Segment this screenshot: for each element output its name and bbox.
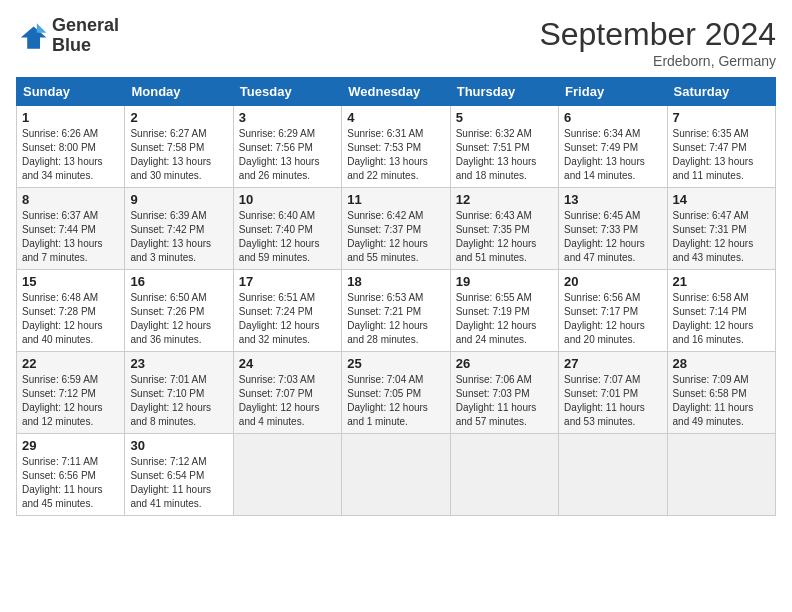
col-header-tuesday: Tuesday [233,78,341,106]
header: General Blue September 2024 Erdeborn, Ge… [16,16,776,69]
day-number: 21 [673,274,770,289]
week-row-1: 1Sunrise: 6:26 AMSunset: 8:00 PMDaylight… [17,106,776,188]
day-number: 28 [673,356,770,371]
day-info: Sunrise: 6:45 AMSunset: 7:33 PMDaylight:… [564,209,661,265]
day-number: 14 [673,192,770,207]
day-cell: 21Sunrise: 6:58 AMSunset: 7:14 PMDayligh… [667,270,775,352]
month-title: September 2024 [539,16,776,53]
day-cell: 2Sunrise: 6:27 AMSunset: 7:58 PMDaylight… [125,106,233,188]
day-number: 8 [22,192,119,207]
day-info: Sunrise: 6:48 AMSunset: 7:28 PMDaylight:… [22,291,119,347]
day-number: 5 [456,110,553,125]
day-info: Sunrise: 6:42 AMSunset: 7:37 PMDaylight:… [347,209,444,265]
day-info: Sunrise: 6:31 AMSunset: 7:53 PMDaylight:… [347,127,444,183]
day-info: Sunrise: 6:40 AMSunset: 7:40 PMDaylight:… [239,209,336,265]
day-cell: 9Sunrise: 6:39 AMSunset: 7:42 PMDaylight… [125,188,233,270]
day-cell [233,434,341,516]
day-cell: 11Sunrise: 6:42 AMSunset: 7:37 PMDayligh… [342,188,450,270]
day-info: Sunrise: 6:35 AMSunset: 7:47 PMDaylight:… [673,127,770,183]
day-number: 27 [564,356,661,371]
day-cell: 25Sunrise: 7:04 AMSunset: 7:05 PMDayligh… [342,352,450,434]
day-info: Sunrise: 7:06 AMSunset: 7:03 PMDaylight:… [456,373,553,429]
day-number: 1 [22,110,119,125]
day-info: Sunrise: 6:56 AMSunset: 7:17 PMDaylight:… [564,291,661,347]
day-info: Sunrise: 6:59 AMSunset: 7:12 PMDaylight:… [22,373,119,429]
logo-text: General Blue [52,16,119,56]
day-cell: 26Sunrise: 7:06 AMSunset: 7:03 PMDayligh… [450,352,558,434]
day-cell: 22Sunrise: 6:59 AMSunset: 7:12 PMDayligh… [17,352,125,434]
day-cell: 19Sunrise: 6:55 AMSunset: 7:19 PMDayligh… [450,270,558,352]
day-number: 3 [239,110,336,125]
day-number: 25 [347,356,444,371]
day-number: 22 [22,356,119,371]
day-number: 16 [130,274,227,289]
day-info: Sunrise: 6:50 AMSunset: 7:26 PMDaylight:… [130,291,227,347]
location-subtitle: Erdeborn, Germany [539,53,776,69]
day-cell: 15Sunrise: 6:48 AMSunset: 7:28 PMDayligh… [17,270,125,352]
day-number: 17 [239,274,336,289]
day-cell: 10Sunrise: 6:40 AMSunset: 7:40 PMDayligh… [233,188,341,270]
day-number: 4 [347,110,444,125]
day-number: 2 [130,110,227,125]
day-info: Sunrise: 6:29 AMSunset: 7:56 PMDaylight:… [239,127,336,183]
day-cell: 18Sunrise: 6:53 AMSunset: 7:21 PMDayligh… [342,270,450,352]
day-number: 30 [130,438,227,453]
day-cell [667,434,775,516]
col-header-saturday: Saturday [667,78,775,106]
week-row-4: 22Sunrise: 6:59 AMSunset: 7:12 PMDayligh… [17,352,776,434]
day-info: Sunrise: 6:51 AMSunset: 7:24 PMDaylight:… [239,291,336,347]
day-number: 9 [130,192,227,207]
day-cell: 8Sunrise: 6:37 AMSunset: 7:44 PMDaylight… [17,188,125,270]
title-area: September 2024 Erdeborn, Germany [539,16,776,69]
day-info: Sunrise: 7:03 AMSunset: 7:07 PMDaylight:… [239,373,336,429]
day-cell: 7Sunrise: 6:35 AMSunset: 7:47 PMDaylight… [667,106,775,188]
day-cell: 3Sunrise: 6:29 AMSunset: 7:56 PMDaylight… [233,106,341,188]
day-cell: 30Sunrise: 7:12 AMSunset: 6:54 PMDayligh… [125,434,233,516]
day-cell: 20Sunrise: 6:56 AMSunset: 7:17 PMDayligh… [559,270,667,352]
logo: General Blue [16,16,119,56]
day-cell: 28Sunrise: 7:09 AMSunset: 6:58 PMDayligh… [667,352,775,434]
col-header-wednesday: Wednesday [342,78,450,106]
day-info: Sunrise: 6:27 AMSunset: 7:58 PMDaylight:… [130,127,227,183]
col-header-sunday: Sunday [17,78,125,106]
day-cell: 12Sunrise: 6:43 AMSunset: 7:35 PMDayligh… [450,188,558,270]
day-number: 18 [347,274,444,289]
day-cell: 13Sunrise: 6:45 AMSunset: 7:33 PMDayligh… [559,188,667,270]
day-number: 20 [564,274,661,289]
logo-icon [16,20,48,52]
day-number: 6 [564,110,661,125]
day-info: Sunrise: 6:26 AMSunset: 8:00 PMDaylight:… [22,127,119,183]
day-info: Sunrise: 6:43 AMSunset: 7:35 PMDaylight:… [456,209,553,265]
week-row-2: 8Sunrise: 6:37 AMSunset: 7:44 PMDaylight… [17,188,776,270]
day-info: Sunrise: 7:01 AMSunset: 7:10 PMDaylight:… [130,373,227,429]
day-number: 26 [456,356,553,371]
day-cell [450,434,558,516]
day-info: Sunrise: 6:37 AMSunset: 7:44 PMDaylight:… [22,209,119,265]
day-info: Sunrise: 6:32 AMSunset: 7:51 PMDaylight:… [456,127,553,183]
day-info: Sunrise: 7:09 AMSunset: 6:58 PMDaylight:… [673,373,770,429]
day-cell: 17Sunrise: 6:51 AMSunset: 7:24 PMDayligh… [233,270,341,352]
day-number: 29 [22,438,119,453]
day-cell: 6Sunrise: 6:34 AMSunset: 7:49 PMDaylight… [559,106,667,188]
col-header-friday: Friday [559,78,667,106]
day-number: 11 [347,192,444,207]
day-cell: 24Sunrise: 7:03 AMSunset: 7:07 PMDayligh… [233,352,341,434]
day-cell: 16Sunrise: 6:50 AMSunset: 7:26 PMDayligh… [125,270,233,352]
day-cell: 27Sunrise: 7:07 AMSunset: 7:01 PMDayligh… [559,352,667,434]
day-info: Sunrise: 7:04 AMSunset: 7:05 PMDaylight:… [347,373,444,429]
day-info: Sunrise: 7:12 AMSunset: 6:54 PMDaylight:… [130,455,227,511]
day-info: Sunrise: 6:47 AMSunset: 7:31 PMDaylight:… [673,209,770,265]
day-number: 13 [564,192,661,207]
day-number: 23 [130,356,227,371]
day-number: 10 [239,192,336,207]
day-info: Sunrise: 6:55 AMSunset: 7:19 PMDaylight:… [456,291,553,347]
day-info: Sunrise: 6:34 AMSunset: 7:49 PMDaylight:… [564,127,661,183]
day-number: 15 [22,274,119,289]
day-number: 24 [239,356,336,371]
day-info: Sunrise: 7:07 AMSunset: 7:01 PMDaylight:… [564,373,661,429]
day-number: 7 [673,110,770,125]
week-row-5: 29Sunrise: 7:11 AMSunset: 6:56 PMDayligh… [17,434,776,516]
day-cell: 5Sunrise: 6:32 AMSunset: 7:51 PMDaylight… [450,106,558,188]
header-row: SundayMondayTuesdayWednesdayThursdayFrid… [17,78,776,106]
day-cell: 1Sunrise: 6:26 AMSunset: 8:00 PMDaylight… [17,106,125,188]
